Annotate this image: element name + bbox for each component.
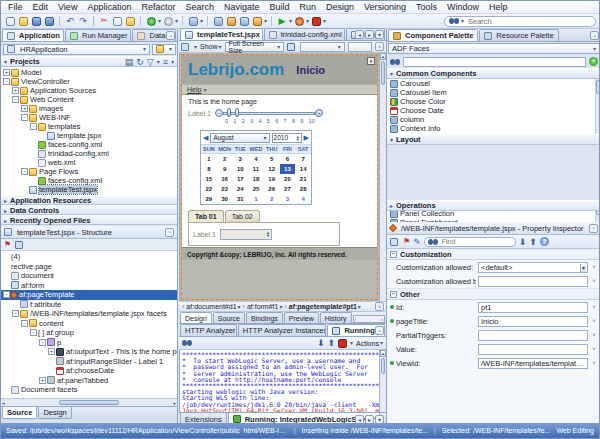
palette-item[interactable]: column bbox=[387, 115, 600, 124]
stop-icon[interactable] bbox=[310, 15, 322, 27]
editor-tab[interactable]: templateTest.jspx bbox=[180, 28, 263, 40]
forward-icon[interactable] bbox=[162, 15, 174, 27]
scroll-thumb[interactable] bbox=[59, 400, 119, 405]
structure-item[interactable]: - af:pageTemplate bbox=[1, 290, 177, 300]
tree-item[interactable]: - ViewController bbox=[1, 77, 177, 86]
back-dropdown-icon[interactable] bbox=[158, 18, 161, 24]
calendar-day[interactable]: 23 bbox=[217, 184, 233, 194]
tree-item[interactable]: - WEB-INF bbox=[1, 113, 177, 122]
view-tab[interactable]: Bindings bbox=[246, 312, 283, 323]
filter-dropdown-icon[interactable] bbox=[157, 59, 160, 65]
range-slider[interactable]: − + 012345678910 bbox=[215, 108, 323, 126]
calendar-day[interactable]: 1 bbox=[248, 194, 264, 204]
save-all-icon[interactable] bbox=[43, 15, 55, 27]
expander-icon[interactable]: + bbox=[39, 377, 46, 384]
open-file-icon[interactable] bbox=[17, 15, 29, 27]
run-dropdown-icon[interactable] bbox=[289, 18, 292, 24]
zoom-select[interactable] bbox=[348, 42, 372, 52]
palette-item[interactable]: Carousel Item bbox=[387, 88, 600, 97]
calendar-day[interactable]: 3 bbox=[280, 194, 296, 204]
chevron-down-icon[interactable] bbox=[238, 304, 241, 310]
calendar-day[interactable]: 4 bbox=[248, 154, 264, 164]
calendar-day[interactable]: 12 bbox=[264, 164, 280, 174]
breadcrumb-item[interactable]: af:pagetemplate#pt1 bbox=[283, 303, 361, 310]
calendar-day[interactable]: 4 bbox=[295, 194, 311, 204]
structure-item[interactable]: + af:outputText - This is the home pag bbox=[1, 347, 177, 357]
refresh-page-icon[interactable] bbox=[181, 43, 189, 51]
sort-dropdown-icon[interactable] bbox=[171, 59, 174, 65]
canvas-vscrollbar[interactable]: ▲ bbox=[379, 53, 386, 301]
scroll-thumb[interactable] bbox=[596, 80, 600, 94]
copy-icon[interactable] bbox=[111, 15, 123, 27]
breadcrumb-item[interactable]: af:document#d1 bbox=[181, 303, 242, 310]
filter-icon[interactable]: ▽ bbox=[147, 57, 154, 67]
calendar-day[interactable]: 14 bbox=[295, 164, 311, 174]
application-selector[interactable]: HRApplication bbox=[3, 44, 150, 55]
log-tab[interactable]: HTTP Analyzer bbox=[180, 324, 237, 336]
menu-item[interactable]: View bbox=[53, 1, 82, 13]
new-window-dropdown-icon[interactable] bbox=[200, 18, 203, 24]
minimize-icon[interactable]: ▫ bbox=[375, 326, 384, 335]
arrow-up-icon[interactable]: ⬆ bbox=[327, 338, 335, 348]
calendar-day[interactable]: 5 bbox=[264, 154, 280, 164]
view-tab[interactable]: Source bbox=[213, 312, 245, 323]
menu-item[interactable]: Build bbox=[265, 1, 295, 13]
expander-icon[interactable]: + bbox=[21, 105, 28, 112]
palette-item[interactable]: Choose Date bbox=[387, 106, 600, 115]
view-hscrollbar[interactable]: ‹› bbox=[353, 315, 385, 323]
expander-icon[interactable]: - bbox=[12, 310, 19, 317]
common-components-header[interactable]: ▾ Common Components bbox=[387, 68, 600, 79]
calendar-day[interactable]: 21 bbox=[295, 174, 311, 184]
debug-dropdown-icon[interactable] bbox=[306, 18, 309, 24]
menu-item[interactable]: File bbox=[3, 1, 28, 13]
tab-list-icon[interactable]: ▾ bbox=[375, 30, 384, 39]
structure-item[interactable]: af:chooseDate bbox=[1, 366, 177, 376]
property-menu-icon[interactable]: ˅ bbox=[590, 346, 598, 352]
search-options-icon[interactable] bbox=[461, 18, 464, 24]
edit-icon[interactable]: ✎ bbox=[413, 237, 421, 247]
structure-item[interactable]: rective.page bbox=[1, 262, 177, 272]
calendar-day[interactable]: 16 bbox=[217, 174, 233, 184]
chevron-down-icon[interactable] bbox=[279, 304, 282, 310]
design-canvas[interactable]: Lebrijo.com Inicio ▾ Help This is the ho… bbox=[179, 53, 379, 301]
slider-decrease-icon[interactable]: − bbox=[215, 109, 223, 117]
menu-item[interactable]: Versioning bbox=[359, 1, 411, 13]
deploy-icon[interactable] bbox=[251, 15, 263, 27]
tree-item[interactable]: + Model bbox=[1, 68, 177, 77]
log-output[interactable]: ****************************************… bbox=[179, 350, 379, 412]
menu-item[interactable]: Design bbox=[321, 1, 359, 13]
minimize-icon[interactable]: ▫ bbox=[589, 224, 598, 233]
style-select[interactable] bbox=[300, 42, 344, 52]
calendar-day[interactable]: 27 bbox=[280, 184, 296, 194]
structure-item[interactable]: - p bbox=[1, 338, 177, 348]
expander-icon[interactable]: + bbox=[12, 87, 19, 94]
inspector-find-input[interactable] bbox=[440, 237, 512, 246]
layout-header[interactable]: ▾ Layout bbox=[387, 134, 600, 145]
spinner-arrows-icon[interactable]: ▲▼ bbox=[296, 135, 300, 141]
calendar-day[interactable]: 2 bbox=[264, 194, 280, 204]
compile-icon[interactable] bbox=[212, 15, 224, 27]
property-value-input[interactable]: /WEB-INF/templates/template.jspx bbox=[478, 358, 588, 369]
application-menu-button[interactable] bbox=[152, 44, 176, 55]
property-value-input[interactable]: pt1 bbox=[478, 302, 588, 313]
calendar-day[interactable]: 6 bbox=[280, 154, 296, 164]
rebuild-icon[interactable] bbox=[238, 15, 250, 27]
library-select[interactable]: ADF Faces bbox=[388, 43, 600, 54]
add-icon[interactable]: + bbox=[589, 57, 598, 66]
tree-item[interactable]: trinidad-config.xml bbox=[1, 149, 177, 158]
tree-item[interactable]: faces-config.xml bbox=[1, 176, 177, 185]
calendar-day[interactable]: 18 bbox=[248, 174, 264, 184]
spinner-arrows-icon[interactable]: ▲▼ bbox=[266, 231, 270, 237]
expander-icon[interactable]: - bbox=[39, 339, 46, 346]
tree-item[interactable]: faces-config.xml bbox=[1, 140, 177, 149]
panel-tab[interactable]: Tab 01 bbox=[188, 210, 224, 222]
scroll-left-icon[interactable]: ◂ bbox=[2, 400, 5, 406]
menu-item[interactable]: Run bbox=[295, 1, 322, 13]
run-icon[interactable]: ▶ bbox=[276, 15, 288, 27]
calendar-day[interactable]: 2 bbox=[217, 154, 233, 164]
accordion-section[interactable]: ▸ Application Resources bbox=[1, 195, 177, 205]
structure-item[interactable]: document bbox=[1, 271, 177, 281]
view-tab[interactable]: Preview bbox=[284, 312, 319, 323]
month-select[interactable]: August bbox=[210, 133, 269, 143]
operations-header[interactable]: ▸ Operations bbox=[387, 200, 600, 211]
